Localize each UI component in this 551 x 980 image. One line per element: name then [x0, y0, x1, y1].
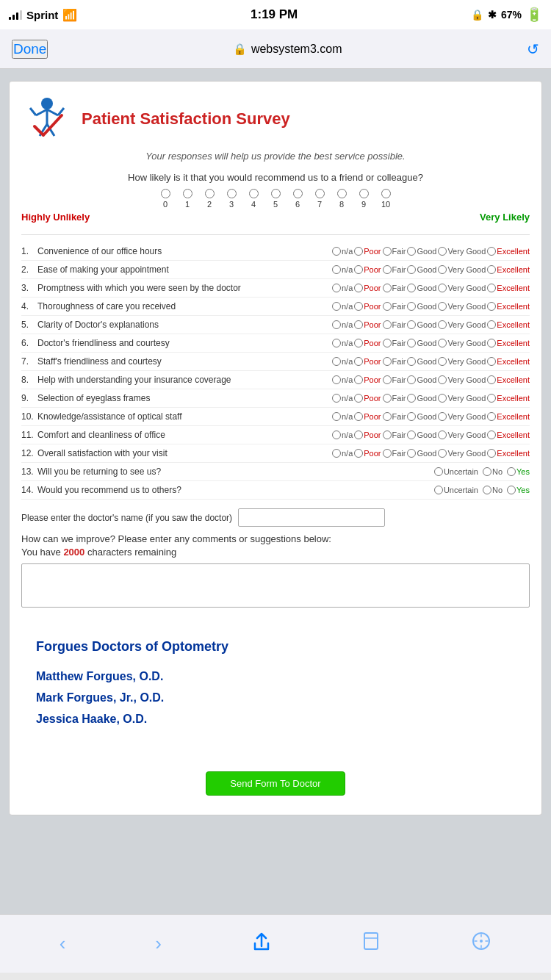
q11-poor[interactable]: Poor: [354, 430, 381, 439]
q3-good[interactable]: Good: [407, 284, 436, 292]
q8-na[interactable]: n/a: [332, 375, 353, 384]
scale-7[interactable]: 7: [309, 189, 331, 209]
q1-good[interactable]: Good: [407, 247, 436, 256]
q7-verygood[interactable]: Very Good: [438, 357, 486, 366]
q5-poor[interactable]: Poor: [354, 320, 381, 329]
bookmarks-button[interactable]: [361, 931, 381, 956]
q10-na[interactable]: n/a: [332, 412, 353, 421]
url-bar[interactable]: 🔒 websystem3.com: [233, 43, 342, 56]
q6-fair[interactable]: Fair: [383, 339, 406, 347]
q5-na[interactable]: n/a: [332, 320, 353, 329]
q9-fair[interactable]: Fair: [383, 394, 406, 403]
q5-verygood[interactable]: Very Good: [438, 320, 486, 329]
q9-excellent[interactable]: Excellent: [487, 394, 530, 403]
q12-excellent[interactable]: Excellent: [487, 449, 530, 458]
q9-verygood[interactable]: Very Good: [438, 394, 486, 403]
q7-na[interactable]: n/a: [332, 357, 353, 366]
q1-excellent[interactable]: Excellent: [487, 247, 530, 256]
q7-poor[interactable]: Poor: [354, 357, 381, 366]
q11-verygood[interactable]: Very Good: [438, 430, 486, 439]
q2-excellent[interactable]: Excellent: [487, 265, 530, 274]
q10-verygood[interactable]: Very Good: [438, 412, 486, 421]
q12-poor[interactable]: Poor: [354, 449, 381, 458]
q13-uncertain[interactable]: Uncertain: [434, 467, 478, 476]
scale-8[interactable]: 8: [331, 189, 353, 209]
q8-excellent[interactable]: Excellent: [487, 375, 530, 384]
q1-fair[interactable]: Fair: [383, 247, 406, 256]
q13-no[interactable]: No: [483, 467, 503, 476]
q10-good[interactable]: Good: [407, 412, 436, 421]
scale-1[interactable]: 1: [176, 189, 198, 209]
doctor-name-input[interactable]: [238, 508, 385, 527]
done-button[interactable]: Done: [12, 40, 48, 59]
q9-poor[interactable]: Poor: [354, 394, 381, 403]
q3-verygood[interactable]: Very Good: [438, 284, 486, 292]
q7-fair[interactable]: Fair: [383, 357, 406, 366]
q10-fair[interactable]: Fair: [383, 412, 406, 421]
q4-fair[interactable]: Fair: [383, 302, 406, 311]
q9-na[interactable]: n/a: [332, 394, 353, 403]
scale-0[interactable]: 0: [154, 189, 176, 209]
scale-3[interactable]: 3: [220, 189, 242, 209]
q2-poor[interactable]: Poor: [354, 265, 381, 274]
refresh-button[interactable]: ↺: [527, 40, 539, 58]
q12-fair[interactable]: Fair: [383, 449, 406, 458]
q1-na[interactable]: n/a: [332, 247, 353, 256]
q6-na[interactable]: n/a: [332, 339, 353, 347]
back-button[interactable]: ‹: [60, 932, 66, 955]
q11-excellent[interactable]: Excellent: [487, 430, 530, 439]
q4-poor[interactable]: Poor: [354, 302, 381, 311]
q11-na[interactable]: n/a: [332, 430, 353, 439]
forward-button[interactable]: ›: [155, 932, 162, 955]
q4-na[interactable]: n/a: [332, 302, 353, 311]
q2-na[interactable]: n/a: [332, 265, 353, 274]
q4-excellent[interactable]: Excellent: [487, 302, 530, 311]
q12-verygood[interactable]: Very Good: [438, 449, 486, 458]
q3-na[interactable]: n/a: [332, 284, 353, 292]
scale-4[interactable]: 4: [242, 189, 264, 209]
q1-poor[interactable]: Poor: [354, 247, 381, 256]
q6-verygood[interactable]: Very Good: [438, 339, 486, 347]
q14-uncertain[interactable]: Uncertain: [434, 486, 478, 494]
scale-10[interactable]: 10: [375, 189, 397, 209]
q4-good[interactable]: Good: [407, 302, 436, 311]
q2-good[interactable]: Good: [407, 265, 436, 274]
q2-fair[interactable]: Fair: [383, 265, 406, 274]
q7-good[interactable]: Good: [407, 357, 436, 366]
q10-excellent[interactable]: Excellent: [487, 412, 530, 421]
q5-excellent[interactable]: Excellent: [487, 320, 530, 329]
q6-good[interactable]: Good: [407, 339, 436, 347]
q14-yes[interactable]: Yes: [507, 486, 530, 494]
q6-excellent[interactable]: Excellent: [487, 339, 530, 347]
q11-good[interactable]: Good: [407, 430, 436, 439]
q1-verygood[interactable]: Very Good: [438, 247, 486, 256]
q3-poor[interactable]: Poor: [354, 284, 381, 292]
q6-poor[interactable]: Poor: [354, 339, 381, 347]
q5-fair[interactable]: Fair: [383, 320, 406, 329]
comments-textarea[interactable]: [21, 563, 530, 608]
q8-good[interactable]: Good: [407, 375, 436, 384]
q12-good[interactable]: Good: [407, 449, 436, 458]
q12-na[interactable]: n/a: [332, 449, 353, 458]
q5-good[interactable]: Good: [407, 320, 436, 329]
q3-fair[interactable]: Fair: [383, 284, 406, 292]
q14-no[interactable]: No: [483, 486, 503, 494]
scale-2[interactable]: 2: [198, 189, 220, 209]
compass-button[interactable]: [471, 931, 491, 956]
q13-yes[interactable]: Yes: [507, 467, 530, 476]
q9-good[interactable]: Good: [407, 394, 436, 403]
q8-verygood[interactable]: Very Good: [438, 375, 486, 384]
q3-excellent[interactable]: Excellent: [487, 284, 530, 292]
q11-fair[interactable]: Fair: [383, 430, 406, 439]
scale-9[interactable]: 9: [353, 189, 375, 209]
q8-poor[interactable]: Poor: [354, 375, 381, 384]
share-button[interactable]: [251, 932, 272, 956]
q8-fair[interactable]: Fair: [383, 375, 406, 384]
q4-verygood[interactable]: Very Good: [438, 302, 486, 311]
scale-5[interactable]: 5: [264, 189, 287, 209]
submit-button[interactable]: Send Form To Doctor: [206, 771, 345, 796]
q10-poor[interactable]: Poor: [354, 412, 381, 421]
scale-6[interactable]: 6: [287, 189, 309, 209]
q7-excellent[interactable]: Excellent: [487, 357, 530, 366]
q2-verygood[interactable]: Very Good: [438, 265, 486, 274]
